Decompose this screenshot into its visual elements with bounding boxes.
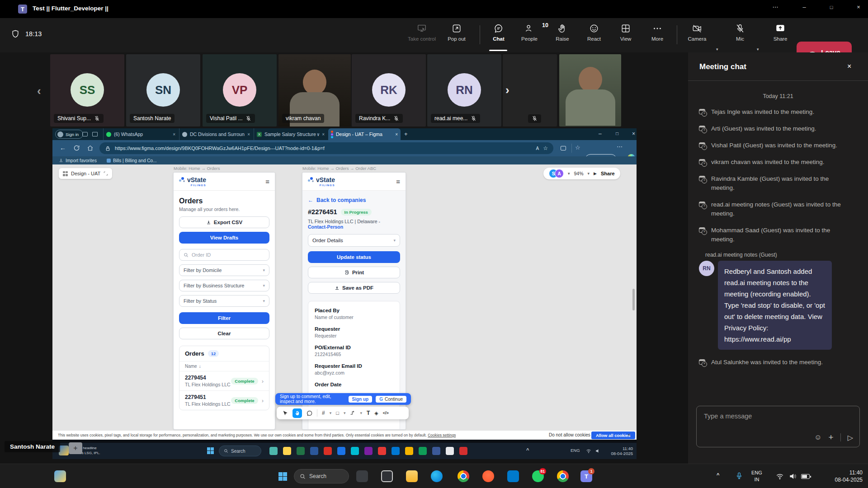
present-icon[interactable]: ▶ xyxy=(594,171,597,176)
browser-more-icon[interactable]: ⋯ xyxy=(617,143,623,150)
volume-icon[interactable] xyxy=(788,472,797,480)
shared-clock[interactable]: 11:4008-04-2025 xyxy=(608,446,633,456)
back-icon[interactable]: ← xyxy=(60,144,66,151)
camera-options-chevron-icon[interactable]: ▾ xyxy=(716,47,718,52)
widgets-icon[interactable] xyxy=(54,470,66,482)
chat-messages[interactable]: Today 11:21 Tejas Ingle was invited to t… xyxy=(688,88,868,404)
connector-tool-chevron-icon[interactable]: ▾ xyxy=(360,411,362,415)
update-status-button[interactable]: Update status xyxy=(308,251,400,263)
pinned-app-icon[interactable] xyxy=(356,470,368,482)
shared-app-icon[interactable] xyxy=(364,447,373,455)
chrome-profile-icon[interactable] xyxy=(557,470,569,482)
url-field[interactable]: https://www.figma.com/design/9BKQ0FOHRWa… xyxy=(99,142,553,154)
shared-app-icon[interactable] xyxy=(310,447,318,455)
zoom-chevron-icon[interactable]: ▾ xyxy=(588,171,590,176)
participant-tile[interactable] xyxy=(503,54,557,127)
participant-tile[interactable]: SN Santosh Narate xyxy=(126,54,200,127)
more-button[interactable]: More xyxy=(641,23,674,42)
people-button[interactable]: 10 People xyxy=(513,23,546,42)
frame-label[interactable]: Mobile: Home → Orders xyxy=(174,166,220,171)
minimize-button[interactable]: – xyxy=(797,4,811,10)
close-tab-icon[interactable]: × xyxy=(395,132,398,137)
shared-app-icon[interactable] xyxy=(432,447,440,455)
browser-minimize-icon[interactable]: – xyxy=(599,131,602,137)
chrome-icon[interactable] xyxy=(458,470,469,482)
shared-app-icon[interactable] xyxy=(405,447,413,455)
maximize-button[interactable]: □ xyxy=(825,5,838,10)
figma-file-chip[interactable]: Design - UAT xyxy=(59,168,112,179)
emoji-icon[interactable]: ☺ xyxy=(814,433,821,441)
participant-tile[interactable]: vikram chavan xyxy=(278,54,351,127)
shared-app-icon[interactable] xyxy=(283,447,291,455)
hamburger-icon[interactable]: ≡ xyxy=(396,178,400,185)
browser-maximize-icon[interactable]: □ xyxy=(616,131,618,136)
contact-person-link[interactable]: Contact-Person xyxy=(308,224,343,230)
scroll-right-icon[interactable]: › xyxy=(505,83,509,97)
figma-canvas[interactable]: Design - UAT S A ▾ 94% ▾ ▶ Share Mobile:… xyxy=(52,164,637,431)
pop-out-button[interactable]: Pop out xyxy=(440,23,473,42)
shared-app-icon[interactable] xyxy=(269,447,278,455)
browser-profile-button[interactable]: Sign in xyxy=(55,130,83,139)
filter-domicile-select[interactable]: Filter by Domicile▾ xyxy=(179,264,269,276)
hand-tool-icon[interactable] xyxy=(292,408,302,418)
sort-down-icon[interactable]: ↓ xyxy=(199,364,201,369)
google-continue-button[interactable]: G Continue xyxy=(376,396,406,403)
favorite-bills-link[interactable]: Bills | Billing and Co... xyxy=(107,158,157,163)
column-name[interactable]: Name xyxy=(185,364,197,369)
move-tool-icon[interactable] xyxy=(282,410,288,416)
shared-app-icon[interactable] xyxy=(324,447,332,455)
brave-icon[interactable] xyxy=(482,470,494,482)
signup-button[interactable]: Sign up xyxy=(349,396,373,403)
task-view-icon[interactable] xyxy=(381,470,393,482)
text-tool-icon[interactable]: T xyxy=(367,410,370,416)
react-button[interactable]: React xyxy=(577,23,611,42)
shared-app-icon[interactable] xyxy=(378,447,386,455)
shared-app-icon[interactable] xyxy=(446,447,454,455)
participant-tile[interactable]: RN read.ai mee... xyxy=(427,54,501,127)
connector-tool-icon[interactable] xyxy=(350,410,355,416)
order-row[interactable]: 2279451TL Flex Holdings LLC Complete › xyxy=(179,390,269,410)
favorites-list-icon[interactable]: ☆ xyxy=(575,144,580,151)
back-to-companies-link[interactable]: ←Back to companies xyxy=(308,197,400,203)
close-cookie-icon[interactable]: × xyxy=(627,432,630,437)
language-switcher[interactable]: ENGIN xyxy=(751,469,762,483)
participant-tile[interactable]: RK Ravindra K... xyxy=(352,54,426,127)
clock[interactable]: 11:4008-04-2025 xyxy=(821,469,863,483)
deny-cookies-link[interactable]: Do not allow cookies xyxy=(549,432,590,437)
filter-button[interactable]: Filter xyxy=(179,312,269,324)
chat-input-box[interactable]: ☺ + ▷ xyxy=(696,406,860,447)
participant-tile[interactable] xyxy=(559,54,621,127)
start-button[interactable] xyxy=(278,472,287,481)
shared-app-icon[interactable] xyxy=(337,447,345,455)
cookie-settings-link[interactable]: Cookies settings xyxy=(428,433,456,437)
close-tab-icon[interactable]: × xyxy=(322,132,325,137)
shared-app-icon[interactable] xyxy=(297,447,305,455)
browser-close-icon[interactable]: × xyxy=(632,131,635,137)
new-tab-button[interactable]: + xyxy=(404,131,408,137)
send-icon[interactable]: ▷ xyxy=(848,433,853,442)
filter-status-select[interactable]: Filter by Status▾ xyxy=(179,295,269,307)
close-chat-icon[interactable]: × xyxy=(847,62,851,70)
message-input[interactable] xyxy=(697,406,859,420)
import-favorites-button[interactable]: Import favorites xyxy=(59,158,97,163)
hamburger-icon[interactable]: ≡ xyxy=(265,178,269,185)
widgets-icon[interactable] xyxy=(59,446,69,455)
tray-chevron-icon[interactable]: ^ xyxy=(526,447,529,453)
camera-button[interactable]: Camera xyxy=(684,23,711,42)
close-tab-icon[interactable]: × xyxy=(173,132,175,137)
read-aloud-icon[interactable]: A xyxy=(536,146,539,151)
mockup-orders-list[interactable]: vStateFILINGS ≡ Orders Manage all your o… xyxy=(173,172,275,430)
shared-app-icon[interactable] xyxy=(351,447,359,455)
vscode-icon[interactable] xyxy=(507,470,519,482)
order-row[interactable]: 2279454TL Flex Holdings LLC Complete › xyxy=(179,371,269,390)
file-explorer-icon[interactable] xyxy=(406,470,418,482)
extensions-icon[interactable] xyxy=(561,146,566,150)
save-as-pdf-button[interactable]: Save as PDF xyxy=(308,282,400,294)
browser-tab-dc[interactable]: DC Divisions and Surroundings × xyxy=(179,128,253,140)
browser-tab-whatsapp[interactable]: (6) WhatsApp × xyxy=(103,128,178,140)
wifi-icon[interactable] xyxy=(776,472,784,480)
shape-tool-icon[interactable]: □ xyxy=(336,410,339,416)
frame-label[interactable]: Mobile: Home → Orders → Order ABC xyxy=(302,166,376,171)
frame-tool-chevron-icon[interactable]: ▾ xyxy=(330,411,332,415)
share-plus-button[interactable]: + xyxy=(69,442,82,454)
